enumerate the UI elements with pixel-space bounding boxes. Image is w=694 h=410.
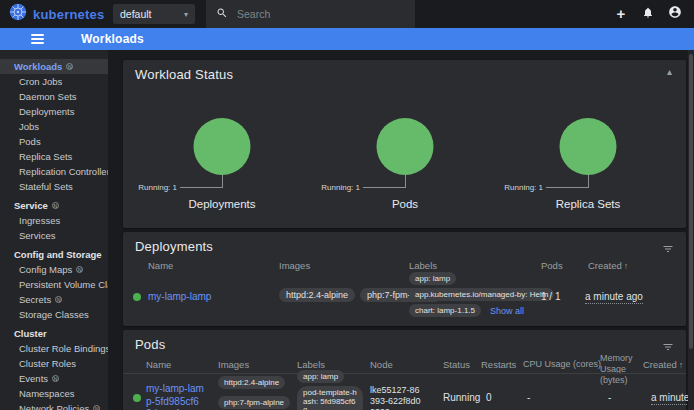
pods-card: Pods Name Images Labels Node Status Rest… xyxy=(123,330,686,410)
sidebar-item-services[interactable]: Services xyxy=(0,228,108,243)
sidebar-item-cluster-role-bindings[interactable]: Cluster Role Bindings xyxy=(0,341,108,356)
col-header-images[interactable]: Images xyxy=(218,359,249,370)
sidebar-item-events[interactable]: EventsN xyxy=(0,371,108,386)
replica-sets-running-circle[interactable] xyxy=(560,118,617,175)
label-chip: app: lamp xyxy=(297,370,344,383)
image-chip: httpd:2.4-alpine xyxy=(279,288,355,302)
col-header-cpu-usage[interactable]: CPU Usage (cores) xyxy=(523,359,601,369)
sidebar-item-persistent-volume-claims[interactable]: Persistent Volume ClaimsN xyxy=(0,277,108,292)
sidebar-item-replica-sets[interactable]: Replica Sets xyxy=(0,149,108,164)
replica-sets-status-chart: Running: 1 Replica Sets xyxy=(494,90,682,222)
col-header-status[interactable]: Status xyxy=(443,359,470,370)
show-all-link[interactable]: Show all xyxy=(490,306,524,316)
pods-status-chart: Running: 1 Pods xyxy=(311,90,499,222)
main-content: Workload Status ▴ Running: 1 Deployments… xyxy=(108,50,694,410)
sidebar-item-jobs[interactable]: Jobs xyxy=(0,119,108,134)
deployments-card-title: Deployments xyxy=(135,239,213,254)
page-scrollbar[interactable] xyxy=(688,50,694,410)
sidebar-item-stateful-sets[interactable]: Stateful Sets xyxy=(0,179,108,194)
menu-hamburger-icon[interactable] xyxy=(31,34,44,44)
kubernetes-logo[interactable]: kubernetes xyxy=(0,3,104,25)
plus-icon: + xyxy=(617,7,626,21)
sidebar-nav: WorkloadsN Cron Jobs Daemon Sets Deploym… xyxy=(0,50,108,410)
namespace-selector[interactable]: default ▾ xyxy=(113,4,195,24)
pods-ready-count: 1 / 1 xyxy=(541,291,560,302)
sidebar-item-service[interactable]: ServiceN xyxy=(0,198,108,213)
sidebar-item-config-and-storage[interactable]: Config and Storage xyxy=(0,247,108,262)
filter-icon[interactable] xyxy=(662,339,674,357)
add-resource-button[interactable]: + xyxy=(613,6,629,22)
namespace-value: default xyxy=(120,8,152,20)
deployment-name-link[interactable]: my-lamp-lamp xyxy=(148,291,211,302)
user-profile-button[interactable] xyxy=(667,6,683,22)
kubernetes-dashboard: kubernetes default ▾ + xyxy=(0,0,694,410)
pod-restarts: 0 xyxy=(486,392,492,403)
pod-memory-usage: - xyxy=(608,392,611,403)
deployment-labels: app: lamp app.kubernetes.io/managed-by: … xyxy=(409,272,554,317)
workload-status-card: Workload Status ▴ Running: 1 Deployments… xyxy=(123,60,686,228)
sidebar-item-ingresses[interactable]: Ingresses xyxy=(0,213,108,228)
sidebar-item-daemon-sets[interactable]: Daemon Sets xyxy=(0,89,108,104)
running-count-label: Running: 1 xyxy=(321,183,360,192)
col-header-name[interactable]: Name xyxy=(148,260,173,271)
pod-images: httpd:2.4-alpine php:7-fpm-alpine xyxy=(218,376,290,409)
pods-running-circle[interactable] xyxy=(377,118,434,175)
col-header-node[interactable]: Node xyxy=(370,359,393,370)
chevron-down-icon: ▾ xyxy=(184,10,188,19)
sidebar-item-storage-classes[interactable]: Storage Classes xyxy=(0,307,108,322)
label-chip: chart: lamp-1.1.5 xyxy=(409,304,481,317)
sort-asc-icon: ↑ xyxy=(624,261,629,271)
bell-icon xyxy=(642,5,654,23)
col-header-created[interactable]: Created↑ xyxy=(643,359,683,370)
search-box[interactable] xyxy=(206,0,415,28)
sidebar-item-pods[interactable]: Pods xyxy=(0,134,108,149)
sidebar-item-config-maps[interactable]: Config MapsN xyxy=(0,262,108,277)
status-ok-dot xyxy=(133,394,141,402)
search-input[interactable] xyxy=(237,8,387,20)
chart-title: Deployments xyxy=(128,198,316,210)
col-header-labels[interactable]: Labels xyxy=(297,359,325,370)
sort-asc-icon: ↑ xyxy=(679,360,684,370)
namespaced-icon: N xyxy=(55,296,62,303)
user-avatar-icon xyxy=(668,5,682,23)
status-ok-dot xyxy=(133,293,141,301)
label-chip: pod-template-hash: 5fd985cf68 xyxy=(297,386,363,410)
scrollbar-thumb[interactable] xyxy=(689,54,693,349)
col-header-restarts[interactable]: Restarts xyxy=(481,359,516,370)
col-header-created[interactable]: Created↑ xyxy=(588,260,628,271)
namespaced-icon: N xyxy=(76,266,83,273)
notifications-button[interactable] xyxy=(640,6,656,22)
sidebar-item-cluster[interactable]: Cluster xyxy=(0,326,108,341)
running-count-label: Running: 1 xyxy=(138,183,177,192)
sidebar-item-workloads[interactable]: WorkloadsN xyxy=(0,59,108,74)
header-divider xyxy=(123,373,686,374)
sidebar-item-secrets[interactable]: SecretsN xyxy=(0,292,108,307)
filter-icon[interactable] xyxy=(662,241,674,259)
page-title: Workloads xyxy=(81,32,144,46)
sidebar-item-cluster-roles[interactable]: Cluster Roles xyxy=(0,356,108,371)
created-ago: a minute ago xyxy=(585,291,643,304)
collapse-card-icon[interactable]: ▴ xyxy=(667,66,672,77)
pod-name-link[interactable]: my-lamp-lamp-5fd985cf68-jwvz4 xyxy=(146,383,204,410)
sidebar-item-namespaces[interactable]: Namespaces xyxy=(0,386,108,401)
workload-status-title: Workload Status xyxy=(135,67,233,82)
namespaced-icon: N xyxy=(52,202,59,209)
col-header-pods[interactable]: Pods xyxy=(541,260,563,271)
sidebar-item-deployments[interactable]: Deployments xyxy=(0,104,108,119)
node-name: lke55127-86393-622f8d09399a xyxy=(370,385,424,410)
deployments-running-circle[interactable] xyxy=(194,118,251,175)
col-header-images[interactable]: Images xyxy=(279,260,310,271)
pod-cpu-usage: - xyxy=(527,392,530,403)
kubernetes-wheel-icon xyxy=(9,3,27,25)
sidebar-item-cron-jobs[interactable]: Cron Jobs xyxy=(0,74,108,89)
sidebar-item-network-policies[interactable]: Network PoliciesN xyxy=(0,401,108,410)
col-header-name[interactable]: Name xyxy=(146,359,171,370)
col-header-labels[interactable]: Labels xyxy=(409,260,437,271)
top-bar: kubernetes default ▾ + xyxy=(0,0,694,28)
image-chip: php:7-fpm-alpine xyxy=(218,396,290,409)
pods-card-title: Pods xyxy=(135,337,165,352)
sidebar-item-replication-controllers[interactable]: Replication Controllers xyxy=(0,164,108,179)
namespaced-icon: N xyxy=(93,405,100,410)
brand-text: kubernetes xyxy=(33,7,104,22)
deployments-card: Deployments Name Images Labels Pods Crea… xyxy=(123,232,686,326)
